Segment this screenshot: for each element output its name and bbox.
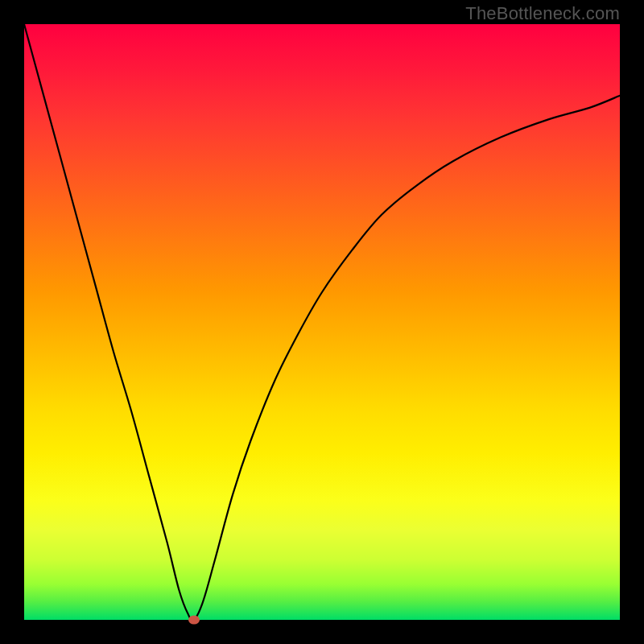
- watermark-text: TheBottleneck.com: [465, 3, 620, 24]
- chart-container: TheBottleneck.com: [0, 0, 644, 644]
- curve-svg: [24, 24, 620, 620]
- bottleneck-curve: [24, 24, 620, 621]
- minimum-marker: [188, 616, 200, 625]
- plot-area: [24, 24, 620, 620]
